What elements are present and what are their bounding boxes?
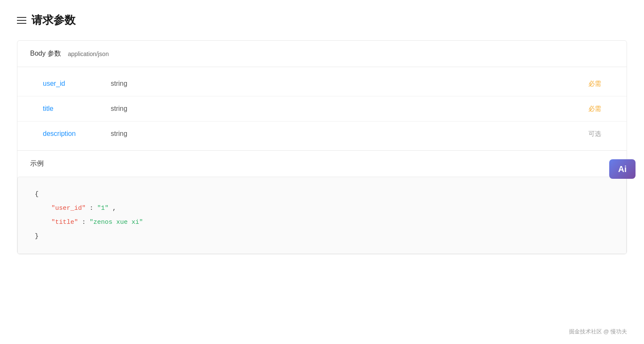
ai-badge-label: Ai [618, 164, 627, 174]
param-optional-description: 可选 [588, 130, 601, 138]
main-card: Body 参数 application/json user_id string … [17, 40, 627, 254]
params-section: user_id string 必需 title string 必需 descri… [17, 67, 627, 150]
page-header: 请求参数 [17, 13, 627, 28]
ai-badge[interactable]: Ai [609, 159, 636, 179]
example-title: 示例 [30, 159, 614, 168]
example-section: 示例 [17, 150, 627, 177]
param-required-title: 必需 [588, 105, 601, 113]
param-type-title: string [111, 105, 601, 113]
param-row-description: description string 可选 [17, 121, 627, 146]
param-name-description: description [43, 130, 111, 138]
watermark: 掘金技术社区 @ 慢功夫 [569, 328, 627, 336]
param-name-title: title [43, 105, 111, 113]
body-params-label: Body 参数 [30, 49, 61, 58]
code-key-userid: "user_id" [51, 205, 86, 212]
param-name-userid: user_id [43, 80, 111, 87]
code-colon-title: : [82, 219, 90, 226]
code-line-userid: "user_id" : "1" , [35, 201, 609, 215]
code-value-userid: "1" [97, 205, 109, 212]
code-value-title: "zenos xue xi" [90, 219, 143, 226]
code-key-title: "title" [51, 219, 78, 226]
code-colon-userid: : [90, 205, 97, 212]
code-comma-userid: , [112, 205, 116, 212]
code-line-close: } [35, 229, 609, 243]
brace-open: { [35, 191, 39, 198]
param-required-userid: 必需 [588, 80, 601, 88]
param-type-userid: string [111, 80, 601, 87]
menu-icon[interactable] [17, 17, 26, 24]
code-block: { "user_id" : "1" , "title" : "zenos xue… [17, 177, 627, 254]
brace-close: } [35, 233, 39, 240]
code-line-open: { [35, 187, 609, 201]
param-type-description: string [111, 130, 601, 138]
param-row-title: title string 必需 [17, 96, 627, 121]
body-params-type: application/json [68, 51, 109, 57]
param-row-userid: user_id string 必需 [17, 71, 627, 96]
page-title: 请求参数 [31, 13, 76, 28]
card-header: Body 参数 application/json [17, 41, 627, 67]
code-line-title: "title" : "zenos xue xi" [35, 215, 609, 229]
